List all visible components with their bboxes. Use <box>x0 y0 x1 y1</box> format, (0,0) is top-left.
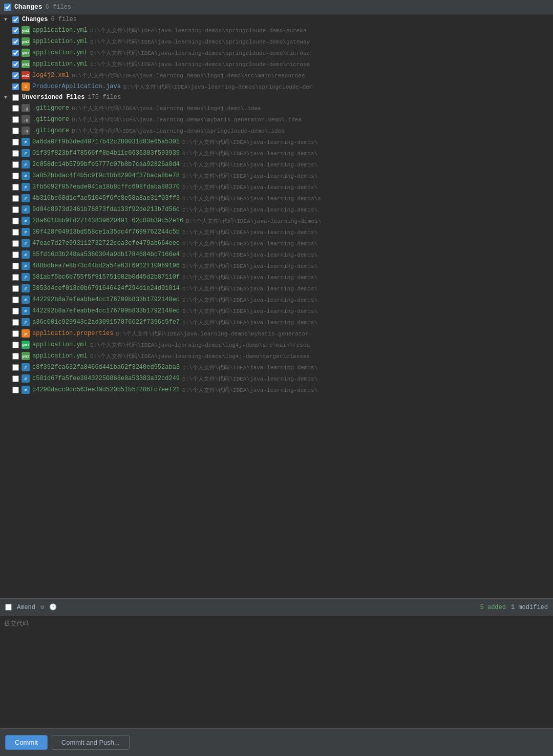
file-name: c8f392fca632fa8466d441ba62f3240ed952aba3 <box>32 364 180 371</box>
file-type-icon: # <box>22 318 30 326</box>
list-item[interactable]: #30f428f04913bd558ce1a35dc4f7699762244c5… <box>0 226 553 238</box>
file-checkbox[interactable] <box>12 206 19 213</box>
amend-label: Amend <box>17 604 35 611</box>
list-item[interactable]: #c4290dacc0dc563ee39d520b51b5f286fc7eef2… <box>0 384 553 395</box>
file-name: 9d04c8973d2461b76873fda133f92de213b7d56c <box>32 206 180 213</box>
list-item[interactable]: #c581d67fa5fee30432250868e8a53383a32cd24… <box>0 373 553 384</box>
file-checkbox[interactable] <box>12 72 19 79</box>
file-checkbox[interactable] <box>12 50 19 56</box>
list-item[interactable]: #28a6018bb9fd27143839620491 62c80b30c52e… <box>0 215 553 226</box>
list-item[interactable]: #442292b8a7efeabbe4cc176709b833b1792140e… <box>0 294 553 305</box>
file-checkbox[interactable] <box>12 61 19 68</box>
unversioned-group-header[interactable]: ▼ Unversioned Files 175 files <box>0 92 553 102</box>
file-checkbox[interactable] <box>12 218 19 224</box>
file-name: c4290dacc0dc563ee39d520b51b5f286fc7eef21 <box>32 386 180 393</box>
amend-checkbox[interactable] <box>5 604 12 611</box>
file-name: application.yml <box>32 341 88 348</box>
file-checkbox[interactable] <box>12 297 19 303</box>
file-name: .gitignore <box>32 127 69 134</box>
file-checkbox[interactable] <box>12 251 19 258</box>
file-name: application.yml <box>32 60 88 68</box>
list-item[interactable]: #581abf5bc6b755f5f915751082b0d45d2b87110… <box>0 271 553 283</box>
list-item[interactable]: #c8f392fca632fa8466d441ba62f3240ed952aba… <box>0 362 553 373</box>
list-item[interactable]: papplication.properties D:\个人文件\代码\IDEA\… <box>0 328 553 339</box>
file-checkbox[interactable] <box>12 308 19 314</box>
list-item[interactable]: xmllog4j2.xml D:\个人文件\代码\IDEA\java-learn… <box>0 70 553 81</box>
list-item[interactable]: .g.gitignore D:\个人文件\代码\IDEA\java-learni… <box>0 125 553 136</box>
file-checkbox[interactable] <box>12 263 19 269</box>
file-checkbox[interactable] <box>12 364 19 371</box>
changes-group-name: Changes <box>22 16 48 23</box>
changes-chevron-icon: ▼ <box>4 17 9 23</box>
list-item[interactable]: #442292b8a7efeabbe4cc176709b833b1792140e… <box>0 305 553 317</box>
file-type-icon: # <box>22 149 30 157</box>
file-path: D:\个人文件\代码\IDEA\java-learning-demos\ <box>182 161 317 169</box>
file-checkbox[interactable] <box>12 229 19 236</box>
list-item[interactable]: #01f39f823bf478566ff8b4b11c6636303f59393… <box>0 148 553 159</box>
file-checkbox[interactable] <box>12 195 19 202</box>
list-item[interactable]: JProducerApplication.java D:\个人文件\代码\IDE… <box>0 81 553 92</box>
file-checkbox[interactable] <box>12 285 19 292</box>
file-checkbox[interactable] <box>12 161 19 168</box>
clock-icon[interactable]: 🕐 <box>49 603 57 611</box>
file-checkbox[interactable] <box>12 274 19 281</box>
list-item[interactable]: ymlapplication.yml D:\个人文件\代码\IDEA\java-… <box>0 36 553 47</box>
file-checkbox[interactable] <box>12 353 19 360</box>
file-checkbox[interactable] <box>12 139 19 145</box>
file-checkbox[interactable] <box>12 184 19 191</box>
file-checkbox[interactable] <box>12 83 19 90</box>
file-list: ▼ Changes 6 files ymlapplication.yml D:\… <box>0 14 553 598</box>
list-item[interactable]: .g.gitignore D:\个人文件\代码\IDEA\java-learni… <box>0 114 553 125</box>
file-checkbox[interactable] <box>12 128 19 134</box>
changes-group-checkbox[interactable] <box>12 16 19 23</box>
file-checkbox[interactable] <box>12 116 19 123</box>
file-path: D:\个人文件\代码\IDEA\java-learning-demos\ <box>182 262 317 270</box>
list-item[interactable]: ymlapplication.yml D:\个人文件\代码\IDEA\java-… <box>0 58 553 70</box>
list-item[interactable]: #3a852bbdac4f4b5c9f9c1bb82904f37baca8be7… <box>0 170 553 181</box>
list-item[interactable]: ymlapplication.yml D:\个人文件\代码\IDEA\java-… <box>0 339 553 350</box>
list-item[interactable]: #3fb5092f057eade041a18b8cffc698fdaba8837… <box>0 181 553 193</box>
list-item[interactable]: #5853d4cef013c0b6791646424f294d1e24d0101… <box>0 283 553 294</box>
file-checkbox[interactable] <box>12 342 19 348</box>
list-item[interactable]: #a36c001c929943c2ad309157076622f7396c5fe… <box>0 317 553 328</box>
list-item[interactable]: #488bdbea7e8b73c44bd2a54e63f6012f1096919… <box>0 260 553 271</box>
file-type-icon: # <box>22 239 30 247</box>
file-checkbox[interactable] <box>12 105 19 112</box>
file-checkbox[interactable] <box>12 38 19 45</box>
gear-icon[interactable]: ⚙ <box>40 603 44 611</box>
list-item[interactable]: ymlapplication.yml D:\个人文件\代码\IDEA\java-… <box>0 47 553 58</box>
file-type-icon: # <box>22 284 30 292</box>
file-path: D:\个人文件\代码\IDEA\java-learning-demos\spri… <box>90 49 310 57</box>
file-path: D:\个人文件\代码\IDEA\java-learning-demos\ <box>182 274 317 281</box>
list-item[interactable]: ymlapplication.yml D:\个人文件\代码\IDEA\java-… <box>0 25 553 36</box>
list-item[interactable]: #9d04c8973d2461b76873fda133f92de213b7d56… <box>0 204 553 215</box>
file-checkbox[interactable] <box>12 375 19 382</box>
file-name: a36c001c929943c2ad309157076622f7396c5fe7 <box>32 319 180 326</box>
changes-group-header[interactable]: ▼ Changes 6 files <box>0 14 553 25</box>
list-item[interactable]: .g.gitignore D:\个人文件\代码\IDEA\java-learni… <box>0 102 553 114</box>
list-item[interactable]: #85fd16d3b248aa5360304a9db1784684bc7166e… <box>0 249 553 260</box>
list-item[interactable]: #2c858dc14b5799bfe5777c07b8b7caa92826a0d… <box>0 159 553 170</box>
commit-button[interactable]: Commit <box>5 735 48 750</box>
list-item[interactable]: #4b316bc60d1cfae51045f6fc8e58a8ae31f03ff… <box>0 193 553 204</box>
file-type-icon: # <box>22 138 30 146</box>
file-checkbox[interactable] <box>12 387 19 393</box>
file-checkbox[interactable] <box>12 173 19 179</box>
list-item[interactable]: #0a6da0ff9b3ded40717b42c280031d83e65a530… <box>0 136 553 148</box>
commit-message-input[interactable] <box>4 619 549 722</box>
file-path: D:\个人文件\代码\IDEA\java-learning-demos\s <box>182 195 321 202</box>
commit-and-push-button[interactable]: Commit and Push... <box>52 735 130 750</box>
file-checkbox[interactable] <box>12 319 19 326</box>
list-item[interactable]: #47eae7d27e993112732722cea3cfe479ab664ee… <box>0 238 553 249</box>
file-checkbox[interactable] <box>12 27 19 34</box>
file-checkbox[interactable] <box>12 240 19 247</box>
list-item[interactable]: ymlapplication.yml D:\个人文件\代码\IDEA\java-… <box>0 350 553 362</box>
header-count: 6 files <box>46 4 71 11</box>
file-type-icon: yml <box>22 26 30 34</box>
file-path: D:\个人文件\代码\IDEA\java-learning-demos\ <box>182 138 317 146</box>
status-modified: 1 modified <box>511 604 548 611</box>
header-checkbox[interactable] <box>4 4 11 11</box>
file-checkbox[interactable] <box>12 330 19 337</box>
unversioned-group-checkbox[interactable] <box>12 94 19 101</box>
file-checkbox[interactable] <box>12 150 19 157</box>
